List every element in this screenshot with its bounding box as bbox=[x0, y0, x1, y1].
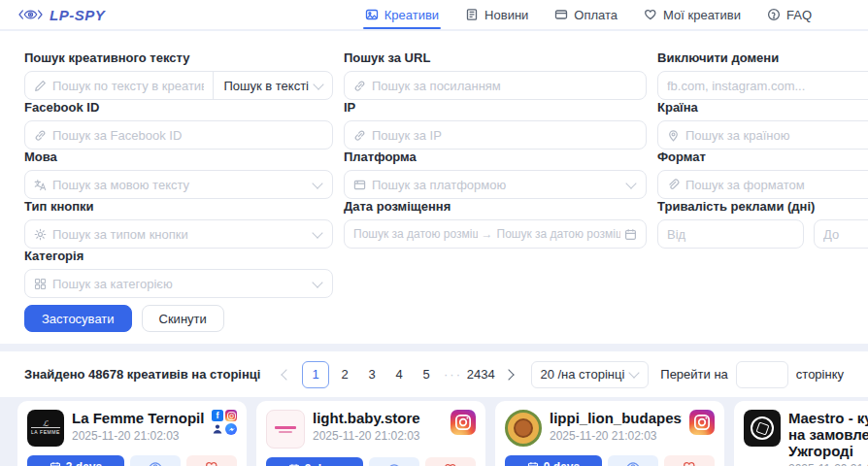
audience-icon bbox=[212, 423, 223, 435]
creative-text-input[interactable] bbox=[52, 79, 204, 93]
apply-button[interactable]: Застосувати bbox=[24, 305, 132, 332]
facebook-id-input[interactable] bbox=[52, 128, 323, 143]
format-input[interactable] bbox=[685, 178, 868, 192]
nav-tab-payment[interactable]: Оплата bbox=[554, 0, 618, 29]
filter-label: IP bbox=[344, 100, 647, 116]
next-page-button[interactable] bbox=[497, 362, 520, 387]
pagination-ellipsis[interactable]: ··· bbox=[444, 367, 462, 382]
card-date: 2025-11-20 21:02:03 bbox=[72, 429, 204, 443]
nav-tab-faq[interactable]: FAQ bbox=[767, 0, 812, 29]
text-search-mode-select[interactable]: Пошук в тексті bbox=[213, 72, 332, 99]
instagram-icon bbox=[451, 410, 476, 435]
platform-icons bbox=[212, 410, 237, 447]
page-button-1[interactable]: 1 bbox=[302, 361, 329, 388]
brand-logo[interactable]: LP-SPY bbox=[17, 0, 105, 29]
ip-input[interactable] bbox=[372, 128, 637, 143]
page-button-2[interactable]: 2 bbox=[333, 362, 356, 387]
filter-label: Facebook ID bbox=[24, 100, 333, 116]
nav-label: FAQ bbox=[786, 8, 812, 22]
eye-icon bbox=[387, 462, 401, 466]
date-range-picker[interactable]: → bbox=[344, 219, 647, 249]
link-icon bbox=[353, 129, 366, 142]
platform-icons bbox=[689, 410, 715, 447]
days-active-button[interactable]: 3 days bbox=[266, 457, 363, 466]
nav-tab-news[interactable]: Новини bbox=[465, 0, 528, 29]
date-to-input[interactable] bbox=[497, 227, 621, 241]
exclude-domains-input[interactable] bbox=[667, 79, 868, 93]
card-title: lippi_lion_budapest bbox=[550, 410, 682, 426]
heart-icon bbox=[644, 8, 657, 21]
filter-creative-text: Пошук креативного тексту Пошук в тексті bbox=[24, 50, 333, 100]
gear-icon bbox=[34, 228, 47, 241]
card-date: 2025-11-20 21:02:03 bbox=[313, 429, 443, 443]
page-button-4[interactable]: 4 bbox=[387, 362, 411, 387]
date-from-input[interactable] bbox=[353, 227, 478, 241]
filter-label: Дата розміщення bbox=[344, 199, 647, 215]
filter-duration: Тривалість реклами (дні) bbox=[657, 199, 868, 249]
chevron-left-icon bbox=[282, 369, 292, 380]
url-input[interactable] bbox=[372, 79, 637, 93]
category-select[interactable]: Пошук за категорією bbox=[24, 269, 333, 298]
filter-category: Категорія Пошук за категорією bbox=[24, 249, 333, 298]
favorite-button[interactable] bbox=[425, 457, 476, 466]
days-active-button[interactable]: 3 days bbox=[27, 455, 124, 466]
paperclip-icon bbox=[667, 179, 680, 191]
calendar-icon bbox=[624, 228, 637, 241]
image-icon bbox=[365, 8, 379, 21]
page-button-5[interactable]: 5 bbox=[415, 362, 438, 387]
card-date: 2025-11-20 21:02:03 bbox=[788, 462, 868, 466]
filter-country: Країна bbox=[657, 100, 868, 150]
page-button-3[interactable]: 3 bbox=[360, 362, 384, 387]
filter-language: Мова Пошук за мовою тексту bbox=[24, 150, 333, 199]
messenger-icon bbox=[225, 423, 237, 435]
header: LP-SPY Креативи Новини Оплата Мої креати… bbox=[0, 0, 868, 29]
eye-icon bbox=[626, 460, 640, 466]
news-icon bbox=[465, 8, 479, 21]
view-button[interactable] bbox=[130, 455, 181, 466]
filter-label: Тривалість реклами (дні) bbox=[657, 199, 868, 215]
country-input[interactable] bbox=[685, 128, 868, 143]
nav-label: Мої креативи bbox=[663, 8, 741, 22]
browser-icon bbox=[353, 179, 366, 191]
results-summary: Знайдено 48678 креативів на сторінці bbox=[24, 367, 260, 382]
days-active-button[interactable]: 0 days bbox=[505, 455, 602, 466]
goto-page-suffix: сторінку bbox=[796, 367, 844, 382]
avatar bbox=[744, 410, 781, 447]
chevron-right-icon bbox=[504, 369, 515, 380]
filter-format: Формат bbox=[657, 150, 868, 199]
calendar-icon bbox=[50, 461, 61, 466]
nav-tab-creatives[interactable]: Креативи bbox=[365, 0, 439, 29]
filter-label: Пошук креативного тексту bbox=[24, 50, 333, 66]
favorite-button[interactable] bbox=[664, 455, 715, 466]
results-toolbar: Знайдено 48678 креативів на сторінці 1 2… bbox=[0, 351, 868, 397]
nav-label: Оплата bbox=[574, 8, 618, 22]
translate-icon bbox=[34, 179, 47, 191]
creative-card: Maestro - кухні, меблі на замовлення в У… bbox=[734, 401, 868, 466]
instagram-icon bbox=[689, 410, 715, 435]
view-button[interactable] bbox=[369, 457, 419, 466]
reset-button[interactable]: Скинути bbox=[142, 305, 224, 332]
heart-icon bbox=[205, 460, 218, 466]
platform-icons bbox=[451, 410, 476, 449]
page-size-select[interactable]: 20 /на сторінці bbox=[531, 361, 649, 388]
card-title: Maestro - кухні, меблі на замовлення в У… bbox=[788, 410, 868, 459]
heart-icon bbox=[444, 462, 457, 466]
credit-card-icon bbox=[554, 8, 568, 21]
page-button-last[interactable]: 2434 bbox=[468, 362, 493, 387]
prev-page-button[interactable] bbox=[275, 362, 298, 387]
avatar bbox=[266, 410, 305, 449]
favorite-button[interactable] bbox=[186, 455, 237, 466]
duration-to-input[interactable] bbox=[823, 227, 868, 242]
card-title: La Femme Ternopil bbox=[72, 410, 204, 426]
duration-from-input[interactable] bbox=[667, 227, 794, 242]
goto-page-input[interactable] bbox=[736, 361, 788, 388]
view-button[interactable] bbox=[608, 455, 658, 466]
platform-select[interactable]: Пошук за платформою bbox=[344, 170, 647, 199]
chevron-down-icon bbox=[312, 277, 322, 287]
filter-label: Категорія bbox=[24, 249, 333, 264]
button-type-select[interactable]: Пошук за типом кнопки bbox=[24, 219, 333, 249]
creative-card: ℒ LA FEMME La Femme Ternopil 2025-11-20 … bbox=[17, 401, 247, 466]
nav-label: Новини bbox=[484, 8, 528, 22]
language-select[interactable]: Пошук за мовою тексту bbox=[24, 170, 333, 199]
nav-tab-my-creatives[interactable]: Мої креативи bbox=[644, 0, 741, 29]
